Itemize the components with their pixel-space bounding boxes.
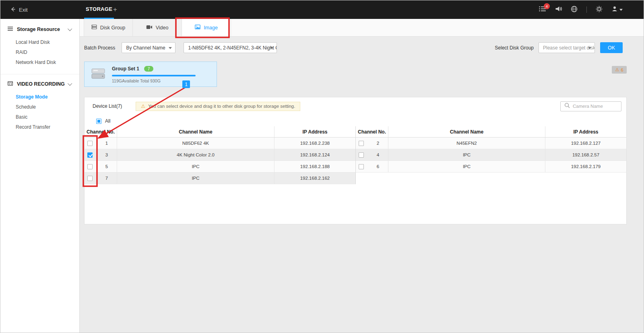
- row-checkbox[interactable]: [87, 176, 93, 181]
- search-icon: [564, 103, 570, 110]
- disk-stack-icon: [91, 25, 97, 31]
- channel-no-cell: 5: [97, 161, 117, 172]
- user-menu-button[interactable]: [611, 6, 623, 14]
- note-text: You can select device and drag it to oth…: [148, 104, 295, 109]
- exit-button[interactable]: Exit: [10, 0, 28, 19]
- settings-button[interactable]: [596, 6, 603, 14]
- sidebar-item-local-hard-disk[interactable]: Local Hard Disk: [0, 37, 79, 47]
- notification-badge: 4: [544, 3, 550, 9]
- sidebar-item-record-transfer[interactable]: Record Transfer: [0, 122, 79, 132]
- tab-video[interactable]: Video: [133, 19, 182, 36]
- select-disk-group-label: Select Disk Group: [495, 45, 534, 51]
- ip-address-cell: 192.168.2.188: [274, 161, 355, 172]
- table-row[interactable]: 7 IPC 192.168.2.162: [85, 173, 355, 184]
- drag-hint-note: ⚠ You can select device and drag it to o…: [136, 102, 300, 111]
- table-row[interactable]: 2 N45EFN2 192.168.2.127: [356, 138, 626, 149]
- batch-mode-select[interactable]: By Channel Name: [122, 42, 175, 53]
- task-queue-button[interactable]: 4: [539, 6, 546, 13]
- section-title: Storage Resource: [17, 27, 60, 32]
- sidebar: Storage Resource Local Hard Disk RAID Ne…: [0, 19, 80, 333]
- tab-label: Image: [204, 25, 218, 31]
- channel-name-cell: 4K Night Color 2.0: [117, 149, 274, 160]
- section-title: VIDEO RECORDING: [17, 81, 65, 87]
- batch-toolbar: Batch Process By Channel Name 1-N85DF62 …: [84, 42, 623, 53]
- sidebar-item-schedule[interactable]: Schedule: [0, 102, 79, 112]
- channel-name-cell: IPC: [388, 161, 545, 172]
- megaphone-icon: [555, 6, 562, 13]
- col-channel-no: Channel No.: [85, 126, 117, 137]
- channel-count-badge: 7: [144, 66, 153, 72]
- table-row[interactable]: 6 IPC 192.168.2.179: [356, 161, 626, 173]
- batch-process-label: Batch Process: [84, 45, 115, 51]
- gear-icon: [596, 6, 603, 14]
- row-checkbox[interactable]: [359, 152, 364, 158]
- topbar-icons: 4: [539, 0, 623, 19]
- sidebar-item-storage-mode[interactable]: Storage Mode: [0, 92, 79, 102]
- storage-resource-header[interactable]: Storage Resource: [0, 21, 79, 37]
- channel-name-cell: N45EFN2: [388, 138, 545, 149]
- col-ip-address: IP Address: [545, 126, 626, 137]
- globe-icon: [571, 6, 578, 14]
- film-icon: [8, 81, 13, 87]
- channel-no-cell: 3: [97, 149, 117, 160]
- channels-select[interactable]: 1-N85DF62 4K, 2-N45EFN2, 3-4K Night Co..…: [184, 42, 277, 53]
- content-tabstrip: Disk Group Video Image: [80, 19, 644, 37]
- chevron-down-icon: [68, 27, 72, 31]
- list-icon: [8, 27, 13, 32]
- video-recording-header[interactable]: VIDEO RECORDING: [0, 76, 79, 92]
- capacity-progress-fill: [112, 75, 196, 76]
- tab-disk-group[interactable]: Disk Group: [84, 19, 133, 36]
- capacity-text: 119GAvailable Total 930G: [112, 78, 211, 83]
- alarm-broadcast-button[interactable]: [555, 6, 562, 13]
- table-row[interactable]: 4 IPC 192.168.2.57: [356, 149, 626, 161]
- camera-search-input[interactable]: [573, 104, 617, 109]
- channel-no-cell: 1: [97, 138, 117, 149]
- sidebar-item-basic[interactable]: Basic: [0, 112, 79, 122]
- table-row[interactable]: 5 IPC 192.168.2.188: [85, 161, 355, 173]
- warning-count-chip[interactable]: ⚠ 6: [612, 66, 627, 74]
- channel-no-cell: 6: [368, 161, 388, 172]
- row-checkbox[interactable]: [87, 164, 93, 169]
- sidebar-section-storage-resource: Storage Resource Local Hard Disk RAID Ne…: [0, 21, 79, 68]
- channel-no-cell: 2: [368, 138, 388, 149]
- row-checkbox[interactable]: [87, 152, 93, 158]
- channel-name-cell: IPC: [117, 161, 274, 172]
- exit-label: Exit: [19, 7, 28, 13]
- row-checkbox[interactable]: [359, 164, 364, 169]
- sidebar-item-raid[interactable]: RAID: [0, 47, 79, 58]
- col-channel-name: Channel Name: [388, 126, 545, 137]
- row-checkbox[interactable]: [359, 141, 364, 146]
- user-icon: [611, 6, 618, 14]
- tab-storage[interactable]: STORAGE: [84, 0, 114, 19]
- sidebar-item-network-hard-disk[interactable]: Network Hard Disk: [0, 58, 79, 68]
- warning-count: 6: [621, 68, 623, 72]
- target-disk-group-select[interactable]: Please select target disk ...: [539, 42, 595, 53]
- tab-label: Video: [156, 25, 169, 31]
- table-header: Channel No. Channel Name IP Address: [85, 126, 355, 138]
- row-checkbox[interactable]: [87, 141, 93, 146]
- disk-group-card[interactable]: Group Set 1 7 119GAvailable Total 930G: [84, 62, 217, 87]
- video-camera-icon: [146, 25, 153, 31]
- warning-icon: ⚠: [141, 103, 145, 109]
- select-all-checkbox[interactable]: [96, 119, 101, 124]
- chevron-down-icon: [619, 9, 623, 11]
- device-table-left: Channel No. Channel Name IP Address 1 N8…: [85, 126, 355, 184]
- col-channel-name: Channel Name: [117, 126, 274, 137]
- select-all-label: All: [105, 118, 110, 124]
- device-table: Channel No. Channel Name IP Address 1 N8…: [85, 126, 626, 184]
- ip-address-cell: 192.168.2.127: [545, 138, 626, 149]
- capacity-progress-bar: [112, 75, 196, 76]
- ip-address-cell: 192.168.2.162: [274, 173, 355, 184]
- image-icon: [195, 25, 200, 31]
- add-tab-button[interactable]: +: [113, 0, 117, 19]
- ok-button[interactable]: OK: [600, 42, 623, 53]
- table-row[interactable]: 1 N85DF62 4K 192.168.2.238: [85, 138, 355, 149]
- table-header: Channel No. Channel Name IP Address: [356, 126, 626, 138]
- tab-image[interactable]: Image: [182, 19, 231, 36]
- chevron-down-icon: [68, 81, 72, 86]
- network-status-button[interactable]: [571, 6, 578, 14]
- table-row[interactable]: 3 4K Night Color 2.0 192.168.2.124: [85, 149, 355, 161]
- selected-value: Please select target disk ...: [543, 45, 595, 51]
- device-list-title: Device List(7): [93, 103, 122, 109]
- ip-address-cell: 192.168.2.124: [274, 149, 355, 160]
